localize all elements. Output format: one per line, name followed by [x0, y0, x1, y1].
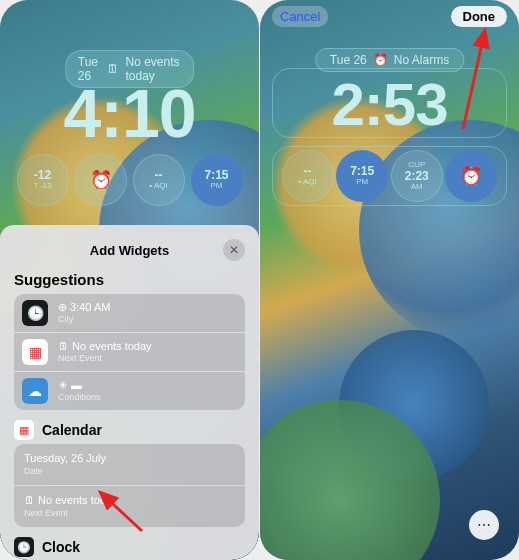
suggestion-weather[interactable]: ☁ ☀ ▬Conditions [14, 372, 245, 410]
alarm-icon: ⏰ [373, 53, 388, 67]
alarm-widget[interactable]: ⏰ [75, 154, 127, 206]
done-button[interactable]: Done [451, 6, 508, 27]
world-clock-cup-widget[interactable]: CUP2:23AM [391, 150, 443, 202]
suggestions-heading: Suggestions [14, 271, 245, 288]
alarm-widget[interactable]: ⏰ [445, 150, 497, 202]
ellipsis-icon: ⋯ [477, 517, 491, 533]
suggestions-list: 🕒 ⊕ 3:40 AMCity ▦ 🗓 No events todayNext … [14, 294, 245, 410]
date-day: Tue 26 [330, 53, 367, 67]
aqi-widget[interactable]: --• AQI [133, 154, 185, 206]
phone-right: Cancel Done Tue 26 ⏰ No Alarms 2:53 --• … [260, 0, 519, 560]
add-widgets-sheet: Add Widgets ✕ Suggestions 🕒 ⊕ 3:40 AMCit… [0, 225, 259, 560]
calendar-date-widget[interactable]: Tuesday, 26 July Date [14, 444, 245, 485]
calendar-next-event-widget[interactable]: 🗓 No events today Next Event [14, 486, 245, 527]
calendar-app-icon: ▦ [14, 420, 34, 440]
phone-left: Tue 26 🗓 No events today 4:10 -127 -13 ⏰… [0, 0, 259, 560]
suggestion-calendar[interactable]: ▦ 🗓 No events todayNext Event [14, 333, 245, 371]
clock-app-icon: 🕒 [14, 537, 34, 557]
calendar-icon: ▦ [22, 339, 48, 365]
clock-icon: 🕒 [22, 300, 48, 326]
aqi-widget[interactable]: --• AQI [282, 150, 334, 202]
weather-widget[interactable]: -127 -13 [17, 154, 69, 206]
weather-icon: ☁ [22, 378, 48, 404]
edit-top-bar: Cancel Done [260, 6, 519, 27]
widget-row: -127 -13 ⏰ --• AQI 7:15PM [0, 154, 259, 206]
world-clock-widget[interactable]: 7:15PM [336, 150, 388, 202]
more-button[interactable]: ⋯ [469, 510, 499, 540]
alarm-icon: ⏰ [460, 165, 482, 187]
sheet-title: Add Widgets [90, 243, 169, 258]
close-button[interactable]: ✕ [223, 239, 245, 261]
clock-time: 2:53 [260, 70, 519, 139]
close-icon: ✕ [229, 243, 239, 257]
date-alarms: No Alarms [394, 53, 449, 67]
clock-category: 🕒 Clock [14, 537, 245, 557]
calendar-category: ▦ Calendar [14, 420, 245, 440]
calendar-widgets-list: Tuesday, 26 July Date 🗓 No events today … [14, 444, 245, 527]
widget-row-edit-frame[interactable]: --• AQI 7:15PM CUP2:23AM ⏰ [272, 146, 507, 206]
cancel-button[interactable]: Cancel [272, 6, 328, 27]
world-clock-widget[interactable]: 7:15PM [191, 154, 243, 206]
suggestion-clock[interactable]: 🕒 ⊕ 3:40 AMCity [14, 294, 245, 332]
clock-time: 4:10 [0, 74, 259, 152]
alarm-icon: ⏰ [90, 169, 112, 191]
